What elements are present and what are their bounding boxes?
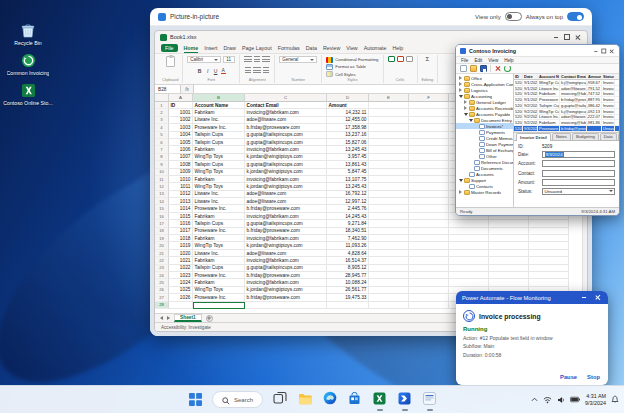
tree-arrow-icon[interactable] [463,112,468,117]
cell-D15[interactable]: 2,445.76 [327,205,369,212]
minimize-icon[interactable] [551,33,560,41]
row-header-1[interactable]: 1 [155,102,169,109]
cell-E19[interactable] [369,235,409,242]
cell-A7[interactable]: 1006 [169,146,193,153]
tab-invoice-detail[interactable]: Invoice Detail [516,133,551,141]
cell-B6[interactable]: Tailspin Cups [193,139,245,146]
ribbon-tab-file[interactable]: File [161,44,178,52]
accessibility-status[interactable]: Accessibility: Investigate [161,325,211,330]
format-as-table-button[interactable]: Format as Table [326,63,378,70]
tray-chevron-icon[interactable] [531,397,538,402]
account-field[interactable] [542,160,615,167]
tree-arrow-icon[interactable] [458,76,463,81]
tab-reservations[interactable]: Reservations [618,133,620,140]
notifications-bell-icon[interactable] [611,395,619,404]
menu-view[interactable]: View [488,58,498,63]
cell-F7[interactable] [409,146,449,153]
cell-H24[interactable] [489,272,529,279]
cell-B13[interactable]: Litware Inc. [193,191,245,198]
ribbon-tab-automate[interactable]: Automate [364,45,387,51]
tree-arrow-icon[interactable] [463,106,468,111]
cell-E5[interactable] [369,132,409,139]
close-icon[interactable] [573,33,582,41]
cell-D2[interactable]: 14,232.11 [327,109,369,116]
row-header-21[interactable]: 21 [155,250,169,257]
refresh-icon[interactable] [504,65,511,72]
ribbon-tab-insert[interactable]: Insert [204,45,217,51]
cell-A4[interactable]: 1003 [169,124,193,131]
cell-E28[interactable] [369,302,409,309]
contoso-titlebar[interactable]: Contoso Invoicing [456,45,619,56]
align-middle-icon[interactable] [254,56,260,62]
cell-A5[interactable]: 1004 [169,132,193,139]
cell-F2[interactable] [409,109,449,116]
cell-F13[interactable] [409,191,449,198]
cell-A13[interactable]: 1012 [169,191,193,198]
cell-F25[interactable] [409,279,449,286]
cell-C1[interactable]: Contact Email [245,102,327,109]
cell-A10[interactable]: 1009 [169,169,193,176]
desktop-icon-recycle-bin[interactable]: Recycle Bin [2,22,54,46]
taskbar-app-file-explorer[interactable] [295,386,314,413]
cell-C20[interactable]: k.jordan@wingtiptoys.com [245,242,327,249]
cell-C16[interactable]: invoicing@fabrikam.com [245,213,327,220]
cell-A28[interactable] [169,302,193,309]
tree-arrow-icon[interactable] [458,178,463,183]
cell-F18[interactable] [409,228,449,235]
cell-A17[interactable]: 1016 [169,220,193,227]
cell-D8[interactable]: 3,957.45 [327,154,369,161]
flow-titlebar[interactable]: Power Automate - Flow Monitoring [456,291,608,304]
format-cells-icon[interactable] [406,56,413,62]
cell-G25[interactable] [449,279,489,286]
cell-D6[interactable]: 15,827.06 [327,139,369,146]
cell-A6[interactable]: 1005 [169,139,193,146]
pause-button[interactable]: Pause [560,374,577,380]
tab-data[interactable]: Data [600,133,617,140]
cell-E11[interactable] [369,176,409,183]
column-header-B[interactable]: B [193,94,245,102]
sheet-nav-right-icon[interactable] [167,316,170,320]
align-center-icon[interactable] [253,67,261,73]
cell-E8[interactable] [369,154,409,161]
cell-D19[interactable]: 7,462.90 [327,235,369,242]
cell-E2[interactable] [369,109,409,116]
cell-C6[interactable]: g.gupta@tailspincups.com [245,139,327,146]
cell-B16[interactable]: Fabrikam [193,213,245,220]
cell-A9[interactable]: 1008 [169,161,193,168]
cell-E26[interactable] [369,287,409,294]
row-header-5[interactable]: 5 [155,132,169,139]
autosum-button[interactable]: Σ [425,56,429,63]
delete-icon[interactable] [494,65,501,72]
cell-D17[interactable]: 9,271.84 [327,220,369,227]
tree-arrow-icon[interactable] [458,82,463,87]
cell-A21[interactable]: 1020 [169,250,193,257]
cell-H22[interactable] [489,257,529,264]
insert-cells-icon[interactable] [388,56,395,62]
volume-icon[interactable] [557,396,565,404]
open-icon[interactable] [470,65,477,72]
font-color-button[interactable]: A [221,68,226,74]
cell-B19[interactable]: Fabrikam [193,235,245,242]
cell-D18[interactable]: 18,340.51 [327,228,369,235]
grid-col-amount[interactable]: Amount [587,74,602,79]
cell-F15[interactable] [409,205,449,212]
ribbon-tab-view[interactable]: View [346,45,357,51]
search-box[interactable]: Search [212,391,263,408]
cell-B24[interactable]: Proseware Inc. [193,272,245,279]
maximize-icon[interactable] [562,33,571,41]
cell-E23[interactable] [369,265,409,272]
ribbon-tab-draw[interactable]: Draw [224,45,236,51]
cell-E22[interactable] [369,257,409,264]
cell-E10[interactable] [369,169,409,176]
cell-C27[interactable]: b.friday@proseware.com [245,294,327,301]
tree-item-cross-application-components[interactable]: Cross-Application Components [456,81,513,87]
cell-A14[interactable]: 1013 [169,198,193,205]
cell-B2[interactable]: Fabrikam [193,109,245,116]
amount-field[interactable] [542,179,615,186]
cell-D24[interactable]: 28,945.77 [327,272,369,279]
row-header-17[interactable]: 17 [155,220,169,227]
cell-D22[interactable]: 16,514.37 [327,257,369,264]
cell-D25[interactable]: 10,088.24 [327,279,369,286]
cell-C28[interactable] [245,302,327,309]
close-icon[interactable] [608,47,615,53]
